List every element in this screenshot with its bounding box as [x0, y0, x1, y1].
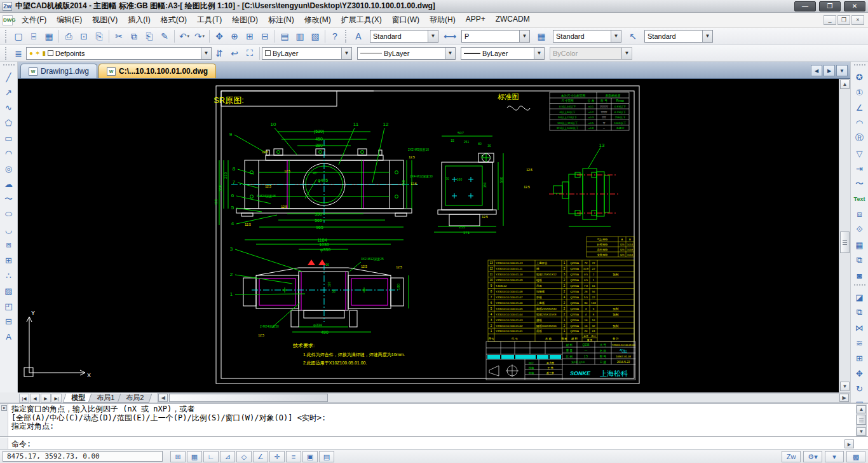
osnap-toggle[interactable]: ◇ [236, 451, 252, 462]
hatch-tool-icon[interactable]: ▨ [1, 283, 17, 298]
dyn-input-toggle[interactable]: ✛ [269, 451, 285, 462]
document-tab-0[interactable]: WDrawing1.dwg [20, 64, 97, 78]
properties-palette-icon[interactable]: ▥ [292, 29, 308, 44]
layout-nav-3[interactable]: ▶| [51, 394, 62, 403]
toolbar-grip[interactable] [5, 30, 8, 43]
tab-menu-icon[interactable]: ▼ [836, 65, 848, 76]
layer-isolate-icon[interactable]: ⛶ [242, 46, 257, 60]
text-style-icon[interactable]: A [351, 29, 366, 44]
mdi-restore-button[interactable]: ❐ [837, 15, 850, 25]
toolbar-grip[interactable] [3, 64, 15, 67]
scroll-up-icon[interactable]: ▲ [840, 79, 850, 89]
layout-nav-1[interactable]: ◀ [30, 394, 40, 403]
layout-nav-2[interactable]: ▶ [41, 394, 51, 403]
hscroll-thumb[interactable] [169, 394, 328, 402]
rectangle-tool-icon[interactable]: ▭ [1, 130, 17, 146]
drawing-vscrollbar[interactable]: ▲ ▼ [839, 79, 850, 392]
pan-icon[interactable]: ✥ [212, 29, 227, 44]
circle-tool-icon[interactable]: ◎ [1, 161, 17, 176]
erase-tool-icon[interactable]: ◪ [852, 289, 867, 305]
block-help-tool-icon[interactable]: ◙ [852, 268, 867, 283]
mleader-style-combo-drop[interactable]: ▼ [702, 31, 712, 42]
arc-tool-icon[interactable]: ◠ [1, 146, 17, 161]
tool-palette-icon[interactable]: ▧ [308, 29, 323, 44]
section-line-tool-icon[interactable]: ⇥ [852, 161, 867, 176]
paste-icon[interactable]: ⎗ [142, 29, 157, 44]
radius-dim-tool-icon[interactable]: Ⓡ [852, 130, 867, 146]
print-preview-icon[interactable]: ⊡ [76, 29, 92, 44]
mtext-tool-icon[interactable]: A [1, 329, 17, 344]
mdi-close-button[interactable]: × [851, 15, 864, 25]
command-hscroll-right-icon[interactable]: ▶ [844, 439, 854, 448]
block-lib-tool-icon[interactable]: ⧈ [852, 207, 867, 222]
callout-tool-icon[interactable]: ① [852, 85, 867, 100]
layer-manager-icon[interactable]: ≣ [11, 46, 26, 60]
restore-button[interactable]: ❐ [819, 1, 841, 11]
move-tool-icon[interactable]: ✥ [852, 366, 867, 381]
ellipse-tool-icon[interactable]: ⬭ [1, 207, 17, 222]
rotate-tool-icon[interactable]: ↻ [852, 381, 867, 396]
menu-item-13[interactable]: ZWCADM [491, 13, 535, 27]
workspace-drop-icon[interactable]: ▾ [825, 451, 844, 462]
grid-toggle[interactable]: ▦ [187, 451, 202, 462]
lineweight-combo[interactable]: ByLayer ▼ [461, 47, 545, 60]
cut-icon[interactable]: ✂ [111, 29, 126, 44]
linetype-combo-drop[interactable]: ▼ [445, 48, 455, 59]
table-tool-icon[interactable]: ⊟ [1, 314, 17, 329]
dim-style-combo-drop[interactable]: ▼ [519, 31, 529, 42]
table-style-combo-drop[interactable]: ▼ [611, 31, 621, 42]
menu-item-10[interactable]: 窗口(W) [387, 13, 424, 27]
dim-style-combo[interactable]: P▼ [461, 30, 530, 43]
scroll-left-icon[interactable]: ◀ [158, 394, 168, 402]
match-properties-icon[interactable]: ✎ [157, 29, 172, 44]
grid-table-tool-icon[interactable]: ▦ [852, 237, 867, 252]
fullscreen-icon[interactable]: ▩ [846, 451, 865, 462]
menu-item-8[interactable]: 修改(M) [299, 13, 336, 27]
zoom-window-icon[interactable]: ⊞ [242, 29, 257, 44]
layout-tab-布局2[interactable]: 布局2 [118, 394, 153, 403]
command-close-icon[interactable]: ✕ [1, 405, 7, 411]
make-block-tool-icon[interactable]: ⊞ [1, 252, 17, 268]
menu-item-6[interactable]: 绘图(D) [227, 13, 263, 27]
ellipse-arc-tool-icon[interactable]: ◡ [1, 222, 17, 237]
scroll-right-icon[interactable]: ▶ [839, 394, 849, 402]
mdi-minimize-button[interactable]: _ [824, 15, 836, 25]
menu-item-7[interactable]: 标注(N) [263, 13, 299, 27]
drawing-hscrollbar[interactable]: ◀ ▶ [157, 393, 850, 403]
menu-item-5[interactable]: 工具(T) [192, 13, 227, 27]
toolbar-grip[interactable] [854, 284, 865, 287]
text-tool-icon[interactable]: Text [852, 191, 867, 207]
layer-combo-drop[interactable]: ▼ [201, 48, 211, 59]
close-button[interactable]: ✕ [844, 1, 865, 11]
copy-clip-icon[interactable]: ⧉ [126, 29, 142, 44]
construction-tool-icon[interactable]: ⟐ [852, 222, 867, 237]
lineweight-combo-drop[interactable]: ▼ [534, 48, 544, 59]
drawing-canvas[interactable]: SR原图:标准图10111298765432113(530)4503803505… [18, 79, 839, 392]
array-tool-icon[interactable]: ⊞ [852, 350, 867, 366]
linetype-combo[interactable]: ByLayer ▼ [357, 47, 456, 60]
scroll-up-icon[interactable]: ▲ [857, 405, 866, 413]
insert-block-tool-icon[interactable]: ⧈ [1, 237, 17, 252]
layout-nav-0[interactable]: |◀ [19, 394, 29, 403]
scroll-down-icon[interactable]: ▼ [840, 382, 850, 391]
tab-scroll-left-icon[interactable]: ◀ [811, 65, 822, 76]
toolbar-grip[interactable] [854, 64, 865, 67]
layout-toggle[interactable]: ▤ [319, 451, 334, 462]
redo-icon[interactable]: ↷ [192, 29, 207, 44]
command-window[interactable]: ✕ 指定窗口的角点，输入比例因子 (nX 或 nXP)，或者 [全部(A)/中心… [0, 403, 868, 449]
color-combo[interactable]: ByLayer ▼ [262, 47, 352, 60]
model-toggle[interactable]: ▣ [302, 451, 318, 462]
new-file-icon[interactable]: ▢ [11, 29, 26, 44]
scroll-down-icon[interactable]: ▼ [857, 427, 866, 436]
menu-item-4[interactable]: 格式(O) [156, 13, 192, 27]
mleader-style-combo[interactable]: Standard▼ [644, 30, 713, 43]
zoom-realtime-icon[interactable]: ⊕ [227, 29, 242, 44]
layer-states-icon[interactable]: ⇵ [212, 46, 227, 60]
menu-item-11[interactable]: 帮助(H) [424, 13, 461, 27]
offset-tool-icon[interactable]: ≋ [852, 335, 867, 350]
ortho-toggle[interactable]: ∟ [203, 451, 219, 462]
help-icon[interactable]: ? [327, 29, 342, 44]
dim-style-icon[interactable]: ⟷ [442, 29, 458, 44]
ordinate-dim-tool-icon[interactable]: ∠ [852, 100, 867, 115]
save-file-icon[interactable]: ▦ [41, 29, 57, 44]
